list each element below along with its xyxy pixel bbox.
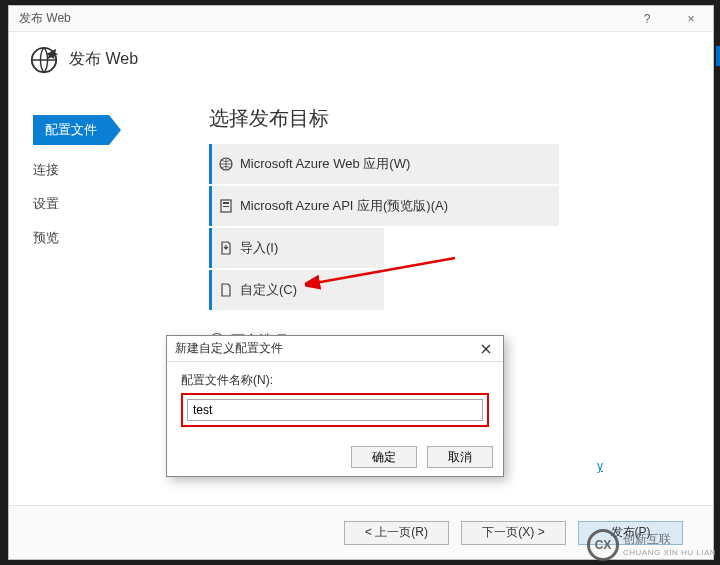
watermark-text: 创新互联 CHUANG XIN HU LIAN (623, 533, 716, 557)
section-heading: 选择发布目标 (209, 105, 713, 132)
target-label: 导入(I) (240, 239, 384, 257)
watermark-logo: CX 创新互联 CHUANG XIN HU LIAN (587, 529, 716, 561)
profile-name-input[interactable] (187, 399, 483, 421)
target-label: 自定义(C) (240, 281, 384, 299)
help-button[interactable]: ? (625, 6, 669, 32)
target-label: Microsoft Azure Web 应用(W) (240, 155, 559, 173)
globe-icon (29, 45, 59, 75)
modal-body: 配置文件名称(N): (167, 362, 503, 438)
next-button[interactable]: 下一页(X) > (461, 521, 566, 545)
target-import[interactable]: 导入(I) (209, 228, 384, 268)
new-profile-dialog: 新建自定义配置文件 配置文件名称(N): 确定 取消 (166, 335, 504, 477)
azure-api-icon (212, 198, 240, 214)
sidebar-item-label: 配置文件 (33, 115, 109, 145)
modal-close-button[interactable] (477, 340, 495, 358)
target-custom[interactable]: 自定义(C) (209, 270, 384, 310)
window-titlebar: 发布 Web ? × (9, 6, 713, 32)
publish-target-list: Microsoft Azure Web 应用(W) Microsoft Azur… (209, 144, 559, 310)
modal-titlebar: 新建自定义配置文件 (167, 336, 503, 362)
modal-footer: 确定 取消 (167, 438, 503, 476)
sidebar-item-connection[interactable]: 连接 (33, 161, 179, 179)
dialog-header-title: 发布 Web (69, 49, 138, 70)
dialog-header: 发布 Web (9, 32, 713, 87)
prev-button[interactable]: < 上一页(R) (344, 521, 449, 545)
steps-sidebar: 配置文件 连接 设置 预览 (9, 87, 179, 505)
target-label: Microsoft Azure API 应用(预览版)(A) (240, 197, 559, 215)
import-icon (212, 240, 240, 256)
watermark-sub: CHUANG XIN HU LIAN (623, 548, 716, 557)
background-sliver (716, 46, 720, 66)
watermark-brand: 创新互联 (623, 533, 716, 545)
target-azure-web[interactable]: Microsoft Azure Web 应用(W) (209, 144, 559, 184)
close-button[interactable]: × (669, 6, 713, 32)
modal-title-text: 新建自定义配置文件 (175, 340, 283, 357)
profile-name-label: 配置文件名称(N): (181, 372, 489, 389)
watermark-icon: CX (587, 529, 619, 561)
sidebar-item-preview[interactable]: 预览 (33, 229, 179, 247)
connect-link[interactable]: y (597, 459, 603, 473)
svg-rect-4 (223, 206, 229, 207)
svg-rect-3 (223, 202, 229, 204)
azure-web-icon (212, 156, 240, 172)
ok-button[interactable]: 确定 (351, 446, 417, 468)
annotation-highlight (181, 393, 489, 427)
sidebar-item-settings[interactable]: 设置 (33, 195, 179, 213)
sidebar-item-profile[interactable]: 配置文件 (33, 115, 179, 145)
window-title: 发布 Web (9, 10, 625, 27)
cancel-button[interactable]: 取消 (427, 446, 493, 468)
target-azure-api[interactable]: Microsoft Azure API 应用(预览版)(A) (209, 186, 559, 226)
custom-icon (212, 282, 240, 298)
